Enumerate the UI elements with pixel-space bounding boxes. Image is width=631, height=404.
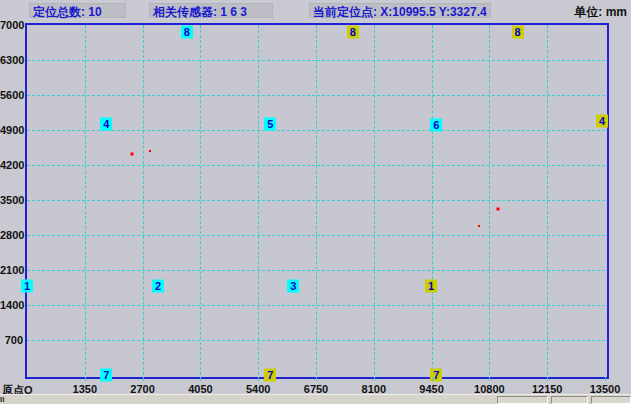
data-point <box>496 207 499 210</box>
y-tick-label: 700 <box>0 334 23 346</box>
y-tick-label: 7000 <box>0 19 23 31</box>
y-tick-label: 4900 <box>0 124 23 136</box>
y-tick-label: 1400 <box>0 299 23 311</box>
v-gridline <box>85 25 86 375</box>
v-gridline <box>432 25 433 375</box>
sensors-label: 相关传感器: 1 6 3 <box>153 4 247 21</box>
unit-label: 单位: mm <box>574 4 627 21</box>
sensor-marker-6[interactable]: 6 <box>430 118 442 131</box>
v-gridline <box>547 25 548 375</box>
y-tick-label: 5600 <box>0 89 23 101</box>
status-bar: II <box>0 394 631 404</box>
x-tick-mark <box>432 377 433 381</box>
sensor-marker-7[interactable]: 7 <box>264 369 276 382</box>
positioning-monitor-window: 定位总数: 10 相关传感器: 1 6 3 当前定位点: X:10995.5 Y… <box>0 0 631 404</box>
status-panel <box>591 396 631 404</box>
y-tick-label: 2800 <box>0 229 23 241</box>
x-tick-mark <box>258 377 259 381</box>
y-tick-label: 3500 <box>0 194 23 206</box>
x-tick-mark <box>547 377 548 381</box>
data-point <box>478 225 480 227</box>
sensor-marker-4[interactable]: 4 <box>100 117 112 130</box>
status-panel <box>497 396 548 404</box>
y-tick-label: 6300 <box>0 54 23 66</box>
v-gridline <box>374 25 375 375</box>
v-gridline <box>258 25 259 375</box>
sensor-marker-3[interactable]: 3 <box>287 280 299 293</box>
x-tick-mark <box>489 377 490 381</box>
sensor-marker-1[interactable]: 1 <box>425 280 437 293</box>
total-count-label: 定位总数: 10 <box>33 4 102 21</box>
sensor-marker-1[interactable]: 1 <box>21 280 33 293</box>
v-gridline <box>316 25 317 375</box>
x-tick-mark <box>605 377 606 381</box>
sensor-marker-8[interactable]: 8 <box>347 26 359 39</box>
y-tick-label: 2100 <box>0 264 23 276</box>
y-tick-label: 4200 <box>0 159 23 171</box>
status-panel <box>551 396 588 404</box>
v-gridline <box>143 25 144 375</box>
v-gridline <box>200 25 201 375</box>
sensor-marker-8[interactable]: 8 <box>512 26 524 39</box>
sensor-marker-7[interactable]: 7 <box>100 369 112 382</box>
x-tick-mark <box>374 377 375 381</box>
x-tick-mark <box>316 377 317 381</box>
data-point <box>149 150 151 152</box>
sensor-marker-4[interactable]: 4 <box>596 115 608 128</box>
data-point <box>130 153 133 156</box>
status-left-text: II <box>0 395 4 404</box>
sensor-marker-8[interactable]: 8 <box>181 26 193 39</box>
plot-area[interactable]: 88845641231777 <box>25 23 609 379</box>
x-tick-mark <box>143 377 144 381</box>
x-tick-mark <box>85 377 86 381</box>
x-tick-mark <box>200 377 201 381</box>
v-gridline <box>489 25 490 375</box>
sensor-marker-5[interactable]: 5 <box>264 117 276 130</box>
current-point-label: 当前定位点: X:10995.5 Y:3327.4 <box>313 4 487 21</box>
sensor-marker-2[interactable]: 2 <box>152 280 164 293</box>
